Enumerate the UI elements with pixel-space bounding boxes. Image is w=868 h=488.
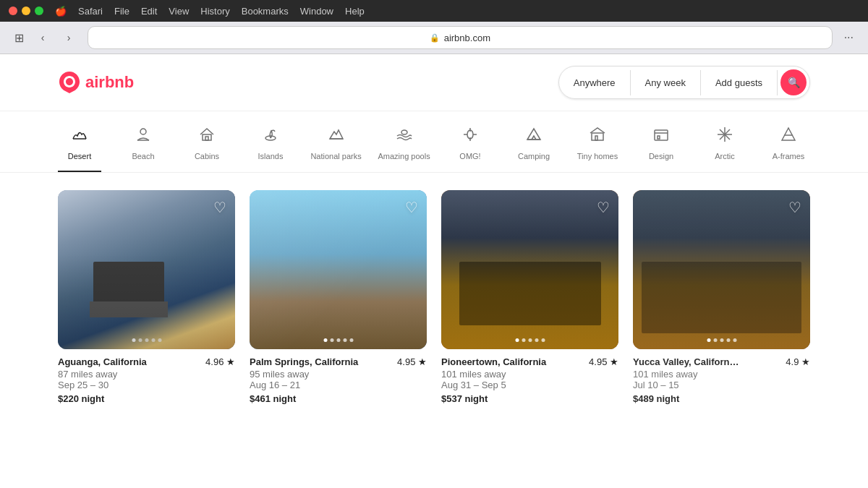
any-week-button[interactable]: Any week — [631, 70, 701, 95]
url-text: airbnb.com — [444, 33, 490, 43]
listing-image-4: ♡ — [633, 190, 810, 349]
anywhere-button[interactable]: Anywhere — [559, 70, 631, 95]
listing-card-4[interactable]: ♡ Yucca Valley, Californ… 4.9 ★ 101 mile… — [633, 190, 810, 404]
maximize-button[interactable] — [35, 7, 43, 15]
forward-button[interactable]: › — [59, 27, 79, 48]
add-guests-button[interactable]: Add guests — [701, 70, 778, 95]
listing-distance-3: 101 miles away — [441, 369, 618, 380]
minimize-button[interactable] — [22, 7, 30, 15]
image-dot — [343, 338, 346, 342]
listings-section: ♡ Aguanga, California 4.96 ★ 87 miles aw… — [0, 173, 868, 421]
airbnb-page: airbnb Anywhere Any week Add guests 🔍 De… — [0, 54, 868, 488]
category-label-camping: Camping — [518, 152, 550, 160]
mac-menubar: 🍎 Safari File Edit View History Bookmark… — [0, 0, 868, 22]
svg-point-1 — [140, 129, 146, 134]
listing-top-4: Yucca Valley, Californ… 4.9 ★ — [633, 356, 810, 367]
wishlist-button-4[interactable]: ♡ — [788, 199, 801, 216]
image-dot — [151, 338, 155, 342]
category-label-cabins: Cabins — [195, 152, 219, 160]
airbnb-logo[interactable]: airbnb — [58, 71, 134, 94]
file-menu[interactable]: File — [114, 6, 129, 17]
category-label-beach: Beach — [132, 152, 154, 160]
category-item-amazing-pools[interactable]: Amazing pools — [380, 126, 428, 172]
listing-price-2: $461 night — [250, 393, 427, 404]
category-label-desert: Desert — [68, 152, 91, 160]
sidebar-toggle-button[interactable]: ⊞ — [12, 28, 27, 48]
category-item-a-frames[interactable]: A-frames — [767, 126, 810, 172]
category-item-islands[interactable]: Islands — [249, 126, 292, 172]
wishlist-button-2[interactable]: ♡ — [405, 199, 418, 216]
listing-price-3: $537 night — [441, 393, 618, 404]
listing-image-3: ♡ — [441, 190, 618, 349]
listing-card-3[interactable]: ♡ Pioneertown, California 4.95 ★ 101 mil… — [441, 190, 618, 404]
wishlist-button-1[interactable]: ♡ — [213, 199, 226, 216]
help-menu[interactable]: Help — [345, 6, 365, 17]
bookmarks-menu[interactable]: Bookmarks — [242, 6, 289, 17]
listing-location-1: Aguanga, California — [58, 356, 147, 367]
listing-distance-4: 101 miles away — [633, 369, 810, 380]
image-dot — [522, 338, 525, 342]
listing-info-2: Palm Springs, California 4.95 ★ 95 miles… — [250, 349, 427, 404]
window-menu[interactable]: Window — [300, 6, 333, 17]
category-label-amazing-pools: Amazing pools — [378, 152, 430, 160]
listing-image-2: ♡ — [250, 190, 427, 349]
listing-info-4: Yucca Valley, Californ… 4.9 ★ 101 miles … — [633, 349, 810, 404]
category-icon-arctic — [716, 126, 733, 146]
category-item-desert[interactable]: Desert — [58, 126, 101, 172]
category-item-camping[interactable]: Camping — [512, 126, 556, 172]
address-bar[interactable]: 🔒 airbnb.com — [88, 26, 833, 49]
category-icon-camping — [525, 126, 542, 146]
airbnb-header: airbnb Anywhere Any week Add guests 🔍 — [0, 54, 868, 111]
listing-card-2[interactable]: ♡ Palm Springs, California 4.95 ★ 95 mil… — [250, 190, 427, 404]
image-dot — [515, 338, 519, 342]
back-button[interactable]: ‹ — [33, 27, 53, 48]
wishlist-button-3[interactable]: ♡ — [597, 199, 610, 216]
listing-rating-2: 4.95 ★ — [397, 356, 427, 367]
category-item-cabins[interactable]: Cabins — [185, 126, 229, 172]
category-label-a-frames: A-frames — [773, 152, 805, 160]
image-dots-1 — [132, 338, 161, 342]
history-menu[interactable]: History — [200, 6, 229, 17]
listing-dates-4: Jul 10 – 15 — [633, 380, 810, 390]
edit-menu[interactable]: Edit — [141, 6, 157, 17]
listing-distance-1: 87 miles away — [58, 369, 235, 380]
close-button[interactable] — [9, 7, 17, 15]
category-item-arctic[interactable]: Arctic — [703, 126, 746, 172]
category-item-design[interactable]: Design — [639, 126, 683, 172]
listing-rating-4: 4.9 ★ — [786, 356, 810, 367]
category-icon-cabins — [198, 126, 216, 146]
image-dot — [323, 338, 327, 342]
search-submit-button[interactable]: 🔍 — [780, 69, 807, 95]
lock-icon: 🔒 — [430, 33, 440, 43]
listing-location-4: Yucca Valley, Californ… — [633, 356, 739, 367]
mac-menu: 🍎 Safari File Edit View History Bookmark… — [55, 6, 365, 17]
category-icon-desert — [71, 126, 88, 146]
category-item-tiny-homes[interactable]: Tiny homes — [576, 126, 619, 172]
image-dot — [336, 338, 340, 342]
category-label-omg: OMG! — [459, 152, 480, 160]
image-dot — [707, 338, 710, 342]
category-item-national-parks[interactable]: National parks — [312, 126, 359, 172]
listing-dates-2: Aug 16 – 21 — [250, 380, 427, 390]
traffic-lights[interactable] — [9, 7, 43, 15]
listing-card-1[interactable]: ♡ Aguanga, California 4.96 ★ 87 miles aw… — [58, 190, 235, 404]
category-item-omg[interactable]: OMG! — [448, 126, 492, 172]
browser-more-button[interactable]: ··· — [841, 28, 856, 47]
search-bar[interactable]: Anywhere Any week Add guests 🔍 — [558, 66, 810, 99]
view-menu[interactable]: View — [169, 6, 189, 17]
image-dots-4 — [707, 338, 736, 342]
category-icon-tiny-homes — [589, 126, 606, 146]
listing-rating-3: 4.95 ★ — [589, 356, 618, 367]
image-dot — [132, 338, 135, 342]
category-icon-amazing-pools — [396, 126, 413, 146]
listing-price-4: $489 night — [633, 393, 810, 404]
browser-toolbar: ⊞ ‹ › 🔒 airbnb.com ··· — [0, 22, 868, 54]
image-dot — [733, 338, 736, 342]
category-icon-a-frames — [780, 126, 797, 146]
browser-controls: ⊞ ‹ › — [12, 27, 79, 48]
category-item-beach[interactable]: Beach — [122, 126, 165, 172]
safari-menu[interactable]: Safari — [78, 6, 103, 17]
image-dot — [713, 338, 717, 342]
apple-menu[interactable]: 🍎 — [55, 6, 67, 17]
airbnb-logo-icon — [58, 71, 81, 94]
